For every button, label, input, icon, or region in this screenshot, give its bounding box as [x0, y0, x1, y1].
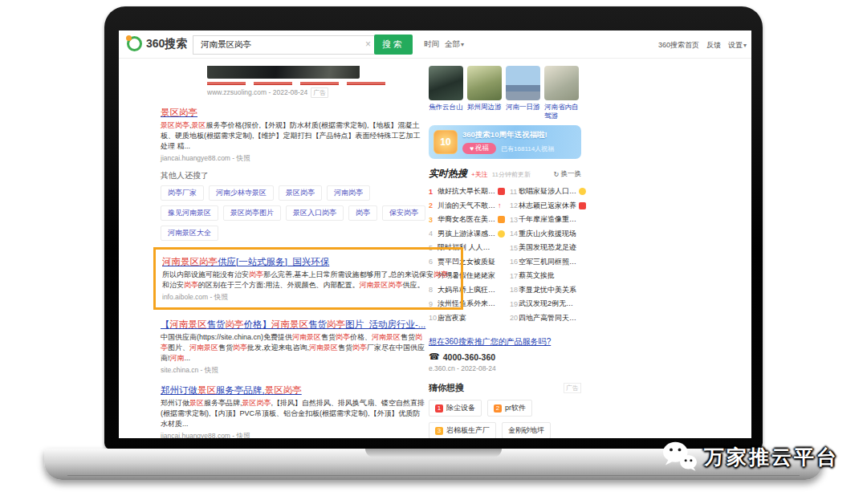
related-search-chip[interactable]: 岗亭厂家	[161, 185, 204, 201]
chip-rank-badge: 3	[435, 427, 443, 435]
chevron-down-icon: ▾	[743, 42, 747, 49]
result-description: 景区岗亭,景区服务亭价格(报价,【外观】防水材质(根据需求定制),【地板】混凝土…	[161, 120, 427, 152]
related-search-chip[interactable]: 河南少林寺景区	[209, 185, 274, 201]
hot-search-item[interactable]: 11歌唱家疑涉人口贩卖	[510, 185, 586, 199]
hot-search-item[interactable]: 20四地产高管同天被查	[510, 311, 586, 326]
watermark: 万家推云平台	[661, 440, 839, 474]
hot-search-item[interactable]: 3华裔女名医在美遇害	[429, 213, 505, 227]
watermark-text: 万家推云平台	[704, 444, 839, 470]
hot-badge-red-icon	[498, 188, 505, 195]
link-360-home[interactable]: 360搜索首页	[658, 40, 699, 51]
promo-link[interactable]: 想在360搜索推广您的产品服务吗?	[429, 336, 551, 348]
guess-search-chip[interactable]: 金刚砂地坪	[502, 422, 551, 438]
hot-rank: 13	[510, 216, 519, 224]
search-input[interactable]	[199, 36, 360, 54]
image-result[interactable]: 郑州周边游	[467, 66, 502, 120]
link-feedback[interactable]: 反馈	[706, 40, 721, 51]
result-source: jiancai.huangye88.com - 快照	[161, 432, 427, 438]
filter-scope[interactable]: 全部▾	[445, 39, 464, 50]
result-title-link[interactable]: 【河南景区售货岗亭价格】河南景区售货岗亭图片_活动房行业-...	[161, 319, 425, 331]
ad-link-placeholder[interactable]	[347, 82, 385, 85]
hot-text: 千年摩崖造像重见天日	[519, 214, 576, 225]
page: 360搜索 × 搜索 时间 全部▾ 360搜索首页 反馈 设置▾ www.zzs…	[0, 0, 867, 504]
hot-search-item[interactable]: 4男孩上游泳课感染HPV	[429, 227, 505, 242]
refresh-button[interactable]: ↻换一换	[553, 169, 581, 179]
search-box: ×	[193, 35, 375, 55]
related-search-chip[interactable]: 景区入口岗亭	[286, 205, 344, 221]
hot-search-item[interactable]: 14重庆山火救援现场	[510, 227, 586, 242]
image-result[interactable]: 河南省内自驾游	[544, 66, 579, 120]
hot-text: 美国发现恐龙足迹	[519, 242, 576, 253]
image-result[interactable]: 河南一日游	[506, 66, 540, 120]
filter-time[interactable]: 时间	[424, 39, 439, 50]
search-button[interactable]: 搜索	[374, 35, 413, 55]
hot-search-item[interactable]: 13千年摩崖造像重见天日	[510, 213, 586, 227]
hot-rank: 20	[510, 314, 519, 322]
hot-text: 做好抗大旱长期准备	[438, 186, 495, 197]
hot-column-right: 11歌唱家疑涉人口贩卖12林志颖已返家休养13千年摩崖造像重见天日14重庆山火救…	[510, 185, 586, 325]
image-thumbnail	[506, 66, 540, 100]
result-title-link[interactable]: 河南景区岗亭供应[一站式服务]_国兴环保	[162, 256, 329, 268]
hot-search-item[interactable]: 17蔡英文挨批	[510, 269, 586, 283]
result-title-link[interactable]: 景区岗亭	[161, 107, 197, 119]
ad-link-placeholder[interactable]	[300, 82, 339, 85]
follow-tag[interactable]: +关注	[471, 170, 488, 179]
hot-search-item[interactable]: 12林志颖已返家休养	[510, 199, 586, 213]
hot-text: 唐宫夜宴	[438, 313, 466, 323]
result-source: site.china.cn - 快照	[161, 366, 427, 376]
settings-label: 设置	[728, 41, 743, 49]
phone-number: 4000-360-360	[443, 352, 495, 362]
laptop-base-notch	[365, 449, 502, 457]
related-search-chip[interactable]: 河南岗亭	[327, 185, 370, 201]
search-result: 郑州订做景区服务亭品牌,景区岗亭郑州订做景区服务亭品牌,景区岗亭,【排风】自然排…	[161, 382, 427, 438]
hot-search-item[interactable]: 10唐宫夜宴	[429, 311, 505, 326]
hot-rank: 11	[510, 188, 519, 196]
refresh-icon: ↻	[553, 170, 559, 178]
link-settings[interactable]: 设置▾	[728, 40, 747, 51]
search-result: 河南景区岗亭供应[一站式服务]_国兴环保所以内部设施可能没有治安岗亭那么完善,基…	[153, 247, 463, 310]
result-title-link[interactable]: 郑州订做景区服务亭品牌,景区岗亭	[161, 384, 302, 396]
related-search-chip[interactable]: 豫见河南景区	[161, 205, 218, 221]
related-search-chip[interactable]: 保安岗亭	[382, 205, 425, 221]
result-description: 郑州订做景区服务亭品牌,景区岗亭,【排风】自然排风、排风换气扇、镂空自然直排(根…	[161, 398, 427, 429]
hot-rank: 15	[510, 244, 519, 252]
results-column: www.zzsuoling.com - 2022-08-24广告景区岗亭景区岗亭…	[161, 66, 427, 438]
ad-badge: 广告	[564, 383, 581, 393]
related-search-chip[interactable]: 景区岗亭	[279, 185, 322, 201]
ad-links-row	[207, 82, 427, 85]
guess-search-chip[interactable]: 1除尘设备	[429, 400, 482, 417]
hot-rank: 17	[510, 272, 519, 280]
ad-link-placeholder[interactable]	[254, 82, 292, 85]
hot-search-item[interactable]: 19武汉发现2例无症状	[510, 297, 586, 311]
search-result: 景区岗亭景区岗亭,景区服务亭价格(报价,【外观】防水材质(根据需求定制),【地板…	[161, 104, 427, 164]
promo-source: e.360.cn - 2022-08-24	[429, 364, 581, 372]
image-caption: 郑州周边游	[467, 103, 502, 112]
heart-icon: ♥	[470, 144, 474, 152]
hot-rank: 12	[510, 201, 519, 209]
guess-search-chip[interactable]: 2pr软件	[487, 400, 532, 417]
related-search-chip[interactable]: 景区岗亭图片	[223, 205, 281, 221]
anniversary-banner[interactable]: 10 360搜索10周年送祝福啦! ♥祝福 已有168114人祝福	[429, 125, 581, 159]
image-thumbnail	[429, 66, 463, 100]
image-result[interactable]: 焦作云台山	[429, 66, 463, 120]
related-search-chip[interactable]: 岗亭	[348, 205, 377, 221]
hot-search-item[interactable]: 2川渝的天气不敢调侃↑	[429, 199, 505, 213]
hot-text: 重庆山火救援现场	[519, 229, 576, 239]
hot-text: 武汉发现2例无症状	[519, 299, 576, 309]
clear-icon[interactable]: ×	[365, 39, 371, 50]
logo-360-search[interactable]: 360搜索	[127, 36, 187, 51]
phone-icon: ☎	[429, 352, 440, 362]
banner-content: 360搜索10周年送祝福啦! ♥祝福 已有168114人祝福	[462, 130, 554, 154]
related-search-chip[interactable]: 河南景区大全	[161, 226, 218, 241]
guess-search-chip[interactable]: 3岩棉板生产厂	[429, 422, 496, 438]
hot-search-item[interactable]: 1做好抗大旱长期准备	[429, 185, 505, 199]
hot-badge-orange-icon	[498, 216, 505, 223]
hot-search-item[interactable]: 18李显龙忧中美关系	[510, 283, 586, 298]
ad-link-placeholder[interactable]	[207, 82, 246, 85]
hot-search-item[interactable]: 16空军三机同框照发布	[510, 255, 586, 270]
hot-search-item[interactable]: 15美国发现恐龙足迹	[510, 241, 586, 255]
related-searches-title: 其他人还搜了	[161, 170, 427, 181]
bless-button[interactable]: ♥祝福	[462, 143, 496, 154]
hot-rank: 19	[510, 300, 519, 308]
search-result: 【河南景区售货岗亭价格】河南景区售货岗亭图片_活动房行业-...中国供应商(ht…	[161, 316, 427, 376]
